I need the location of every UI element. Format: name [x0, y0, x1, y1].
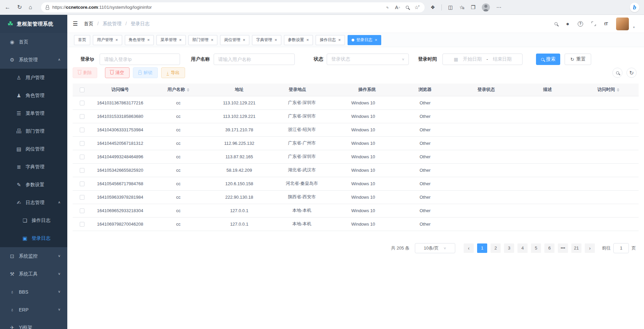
unlock-button[interactable]: 解锁 [133, 67, 158, 78]
close-tab-icon[interactable]: × [375, 38, 378, 42]
column-header[interactable]: 用户名称 [149, 84, 208, 96]
row-checkbox[interactable] [80, 155, 84, 159]
avatar[interactable] [616, 18, 629, 30]
sidebar-item[interactable]: ♙ 用户管理 [0, 69, 67, 87]
sidebar-item[interactable]: ≣ 字典管理 [0, 158, 67, 176]
next-page-button[interactable]: › [585, 243, 595, 253]
column-header[interactable]: 访问时间 [578, 84, 639, 96]
row-checkbox[interactable] [80, 168, 84, 173]
row-checkbox[interactable] [80, 114, 84, 119]
breadcrumb-system[interactable]: 系统管理 [103, 21, 121, 26]
date-start[interactable]: 开始日期 [463, 56, 482, 62]
page-size-select[interactable]: 10条/页 ∨ [415, 243, 455, 253]
page-button[interactable]: 6 [544, 243, 554, 253]
tab[interactable]: 登录日志 × [348, 35, 382, 45]
sidebar-item[interactable]: ✍ 日志管理 [0, 194, 67, 211]
table-row[interactable]: 1641059633978281984 cc 222.90.130.18 陕西省… [73, 190, 639, 204]
sidebar-item[interactable]: ❏ 操作日志 [0, 211, 67, 229]
sidebar-item[interactable]: 品 部门管理 [0, 122, 67, 140]
table-row[interactable]: 1641054566717984768 cc 120.6.150.158 河北省… [73, 177, 639, 190]
sidebar-item[interactable]: ⚙ 系统管理 [0, 51, 67, 69]
profile-icon[interactable] [482, 3, 490, 11]
back-icon[interactable]: ← [5, 4, 10, 10]
column-header[interactable]: 地址 [208, 84, 271, 96]
add-favorite-icon[interactable]: ☆ [415, 4, 420, 10]
tab[interactable]: 用户管理 × [93, 35, 122, 45]
close-tab-icon[interactable]: × [115, 38, 118, 42]
table-row[interactable]: 1641031367863177216 cc 113.102.129.221 广… [73, 96, 639, 109]
close-tab-icon[interactable]: × [147, 38, 150, 42]
table-row[interactable]: 1641069652933218304 cc 127.0.0.1 本地-本机 W… [73, 204, 639, 217]
font-size-icon[interactable]: tT [604, 21, 608, 26]
prev-page-button[interactable]: ‹ [464, 243, 474, 253]
row-checkbox[interactable] [80, 222, 84, 227]
tab[interactable]: 部门管理 × [188, 35, 218, 45]
sidebar-item[interactable]: ▣ 登录日志 [0, 229, 67, 247]
table-row[interactable]: 1641044520567181312 cc 112.96.225.132 广东… [73, 136, 639, 150]
sidebar-item[interactable]: ✈ Yi框架 [0, 319, 67, 329]
sidebar-item[interactable]: ◉ 首页 [0, 33, 67, 51]
row-checkbox[interactable] [80, 208, 84, 213]
search-button[interactable]: 搜索 [536, 54, 560, 65]
tab[interactable]: 角色管理 × [125, 35, 154, 45]
tab[interactable]: 岗位管理 × [220, 35, 249, 45]
sidebar-item[interactable]: ⚒ 系统工具 [0, 265, 67, 283]
tab[interactable]: 操作日志 × [316, 35, 345, 45]
home-icon[interactable]: ⌂ [29, 4, 32, 10]
column-header[interactable]: 浏览器 [394, 84, 456, 96]
extensions-icon[interactable]: ❖ [431, 4, 435, 10]
collections-icon[interactable]: ❐ [471, 4, 475, 10]
close-tab-icon[interactable]: × [211, 38, 214, 42]
zoom-out-icon[interactable] [406, 6, 409, 9]
read-aloud-icon[interactable]: A [395, 5, 400, 10]
row-checkbox[interactable] [80, 141, 84, 146]
close-tab-icon[interactable]: × [338, 38, 341, 42]
close-tab-icon[interactable]: × [307, 38, 309, 42]
table-row[interactable]: 1641044993248464896 cc 113.87.92.165 广东省… [73, 150, 639, 163]
more-icon[interactable]: ⋯ [496, 4, 501, 10]
column-header[interactable]: 访问编号 [92, 84, 149, 96]
sidebar-item[interactable]: ✎ 参数设置 [0, 176, 67, 194]
delete-button[interactable]: 删除 [73, 67, 97, 78]
page-button[interactable]: 5 [531, 243, 541, 253]
column-header[interactable]: 登录地点 [271, 84, 333, 96]
favorites-icon[interactable]: ☆ [459, 4, 464, 10]
fullscreen-icon[interactable] [592, 22, 596, 26]
search-icon[interactable] [554, 22, 558, 25]
table-row[interactable]: 1641069798270046208 cc 127.0.0.1 本地-本机 W… [73, 217, 639, 231]
breadcrumb-home[interactable]: 首页 [84, 21, 93, 26]
table-row[interactable]: 1641043063331753984 cc 39.171.210.78 浙江省… [73, 123, 639, 136]
page-button[interactable]: 21 [571, 243, 581, 253]
key-icon[interactable]: ♀ [384, 4, 391, 10]
github-icon[interactable]: ● [566, 21, 569, 27]
login-ip-input[interactable] [104, 57, 176, 62]
sidebar-item[interactable]: ☰ 菜单管理 [0, 104, 67, 122]
collapse-sidebar-icon[interactable]: ☰ [73, 20, 78, 27]
date-range-picker[interactable]: ▦ 开始日期 - 结束日期 [442, 54, 523, 65]
close-tab-icon[interactable]: × [275, 38, 277, 42]
sidebar-item[interactable]: ⊡ 系统监控 [0, 247, 67, 265]
tab[interactable]: 字典管理 × [252, 35, 281, 45]
close-tab-icon[interactable]: × [179, 38, 182, 42]
clear-button[interactable]: 清空 [105, 67, 130, 78]
page-button[interactable]: 3 [504, 243, 514, 253]
page-button[interactable]: 4 [517, 243, 528, 253]
reset-button[interactable]: ↻ 重置 [565, 54, 591, 65]
username-input[interactable] [218, 57, 290, 62]
sidebar-item[interactable]: ▤ 岗位管理 [0, 140, 67, 158]
row-checkbox[interactable] [80, 128, 84, 132]
status-select[interactable]: 登录状态 ∨ [327, 54, 409, 65]
row-checkbox[interactable] [80, 101, 84, 105]
select-all-checkbox[interactable] [80, 88, 84, 92]
table-row[interactable]: 1641053426655825920 cc 58.19.42.209 湖北省-… [73, 163, 639, 177]
row-checkbox[interactable] [80, 195, 84, 200]
table-row[interactable]: 1641031533185863680 cc 113.102.129.221 广… [73, 109, 639, 123]
help-icon[interactable]: ? [578, 21, 583, 27]
page-button[interactable]: ••• [558, 243, 568, 253]
column-header[interactable]: 描述 [517, 84, 578, 96]
column-header[interactable]: 登录状态 [456, 84, 517, 96]
row-checkbox[interactable] [80, 182, 84, 186]
refresh-icon[interactable]: ↻ [17, 4, 22, 10]
login-ip-field[interactable] [100, 54, 180, 65]
tab[interactable]: 首页 × [74, 35, 90, 45]
